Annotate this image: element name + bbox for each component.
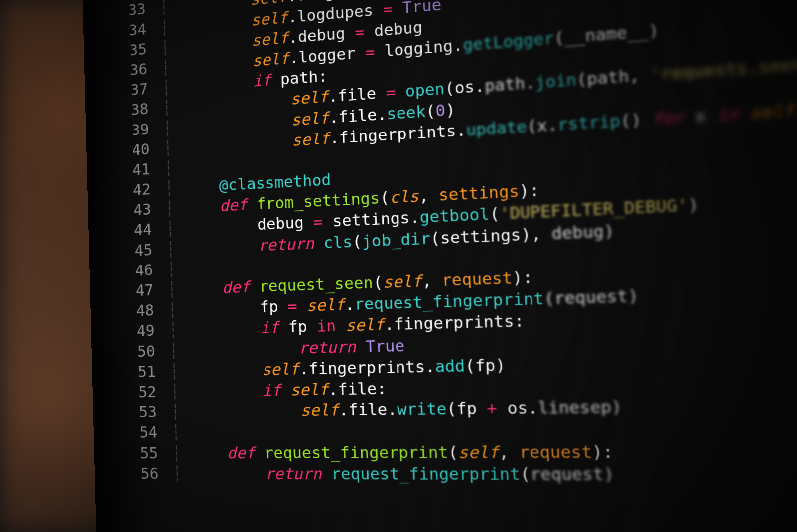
- token-num: 0: [435, 101, 446, 120]
- token-id: fp: [475, 356, 496, 375]
- indent-guide: ┆: [167, 260, 185, 278]
- indent-guide: ┆: [169, 341, 187, 360]
- token-pun: [373, 0, 384, 19]
- indent-guide: ┆: [165, 219, 184, 238]
- token-pun: ): [611, 398, 622, 417]
- token-self: self: [383, 272, 422, 292]
- token-pun: [307, 317, 317, 336]
- token-pun: .: [377, 105, 387, 124]
- token-pun: (: [373, 273, 383, 292]
- token-cnst: True: [402, 0, 442, 17]
- token-self: self: [291, 108, 329, 129]
- token-pun: .: [328, 380, 338, 399]
- token-pun: (: [489, 204, 500, 223]
- token-cnst: True: [365, 336, 405, 356]
- indent-guide: ┆: [166, 240, 185, 258]
- token-kw: if: [260, 318, 289, 337]
- token-kw: for: [652, 107, 695, 129]
- token-id: path: [586, 67, 629, 89]
- token-arg: settings: [438, 182, 520, 204]
- token-pun: [476, 399, 487, 418]
- indent-guide: ┆: [164, 158, 182, 177]
- token-call: add: [435, 356, 466, 376]
- token-call: write: [397, 399, 447, 419]
- token-fn: request_seen: [259, 273, 373, 295]
- token-pun: :: [514, 312, 525, 331]
- token-pun: [395, 82, 405, 101]
- token-id: request: [554, 286, 628, 308]
- token-pun: (: [465, 356, 476, 375]
- token-id: x: [694, 105, 717, 126]
- token-pun: .: [287, 0, 297, 5]
- token-pun: ): [603, 464, 615, 484]
- token-self: self: [251, 29, 289, 50]
- token-self: self: [300, 401, 339, 420]
- token-pun: .: [289, 48, 299, 67]
- token-pun: .: [387, 400, 398, 419]
- token-id: os: [507, 399, 528, 418]
- line-number: 46: [89, 260, 167, 282]
- token-pun: ),: [521, 224, 552, 244]
- token-pun: .: [409, 208, 420, 227]
- token-call: join: [535, 70, 577, 92]
- token-pun: ): [688, 195, 700, 215]
- token-pun: .: [425, 357, 435, 376]
- token-id: file: [338, 105, 377, 126]
- indent-guide: ┆: [169, 362, 188, 380]
- line-number: 47: [90, 280, 168, 303]
- token-kw: in: [716, 103, 750, 125]
- token-id: logging: [384, 37, 453, 60]
- token-pun: (: [446, 399, 457, 418]
- token-pun: (: [380, 188, 390, 207]
- token-pun: .: [287, 7, 297, 26]
- token-id: linesep: [537, 398, 612, 417]
- indent-guide: ┆: [171, 423, 190, 441]
- token-kw: if: [262, 381, 291, 399]
- token-op: =: [386, 83, 396, 102]
- token-pun: .: [329, 108, 339, 126]
- code-line[interactable]: 55┆ def request_fingerprint(self, reques…: [94, 440, 797, 464]
- indent-guide: ┆: [171, 403, 189, 421]
- token-id: settings: [332, 209, 410, 231]
- line-number: 54: [93, 422, 172, 443]
- indent-guide: ┆: [167, 280, 186, 298]
- token-pun: ):: [592, 442, 614, 461]
- token-pun: .: [453, 36, 463, 55]
- token-self: self: [290, 380, 329, 399]
- token-self: self: [345, 315, 385, 335]
- token-pun: .: [299, 359, 309, 378]
- token-call: open: [405, 80, 445, 101]
- token-pun: [345, 23, 355, 42]
- code-area[interactable]: 31┆ def __init__(self, path=None, debug=…: [82, 0, 797, 486]
- token-pun: ,: [418, 186, 439, 205]
- token-kw2: in: [316, 317, 336, 336]
- token-pun: .: [384, 315, 395, 334]
- indent-guide: ┆: [164, 179, 183, 197]
- line-number: 50: [91, 341, 169, 363]
- token-call: getbool: [419, 205, 490, 227]
- token-op: =: [383, 0, 393, 18]
- line-number: 45: [89, 239, 166, 263]
- token-id: request: [530, 464, 604, 484]
- line-number: 53: [93, 402, 171, 423]
- indent-guide: ┆: [168, 321, 187, 339]
- token-pun: ): [445, 100, 456, 119]
- token-pun: [336, 316, 346, 335]
- token-pun: [392, 0, 402, 17]
- token-pun: [278, 297, 288, 316]
- token-id: file: [337, 84, 376, 105]
- token-pun: ,: [421, 271, 442, 290]
- token-pun: (: [520, 464, 531, 483]
- token-pun: (: [543, 289, 554, 308]
- token-self: self: [749, 100, 795, 123]
- token-pun: .: [288, 28, 298, 46]
- code-line[interactable]: 56┆ return request_fingerprint(request): [94, 463, 797, 486]
- token-self: self: [290, 88, 329, 108]
- line-number: 51: [92, 361, 170, 383]
- token-pun: .: [328, 87, 338, 106]
- indent-guide: ┆: [172, 464, 191, 482]
- token-pun: (: [444, 79, 455, 98]
- token-self: self: [252, 49, 289, 70]
- indent-guide: ┆: [161, 78, 180, 97]
- token-call: seek: [386, 102, 426, 123]
